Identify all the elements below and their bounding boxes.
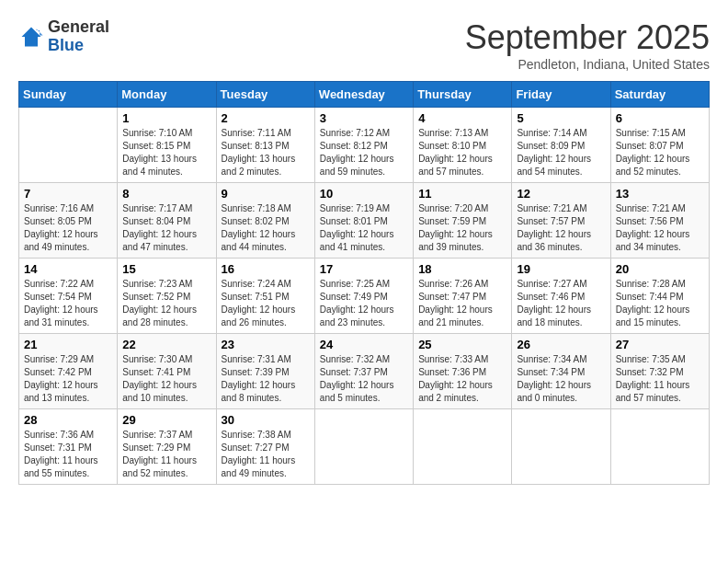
day-number: 2 bbox=[222, 111, 310, 125]
day-number: 10 bbox=[320, 187, 408, 201]
day-number: 23 bbox=[222, 338, 310, 351]
calendar-cell: 21Sunrise: 7:29 AMSunset: 7:42 PMDayligh… bbox=[19, 334, 118, 409]
day-info: Sunrise: 7:13 AMSunset: 8:10 PMDaylight:… bbox=[418, 127, 506, 178]
day-info: Sunrise: 7:36 AMSunset: 7:31 PMDaylight:… bbox=[24, 429, 112, 480]
weekday-header-wednesday: Wednesday bbox=[314, 82, 413, 108]
day-number: 14 bbox=[24, 262, 112, 276]
day-number: 3 bbox=[320, 111, 408, 125]
day-info: Sunrise: 7:16 AMSunset: 8:05 PMDaylight:… bbox=[24, 202, 112, 254]
day-info: Sunrise: 7:34 AMSunset: 7:34 PMDaylight:… bbox=[517, 353, 605, 405]
svg-marker-0 bbox=[22, 27, 41, 46]
calendar-cell: 4Sunrise: 7:13 AMSunset: 8:10 PMDaylight… bbox=[414, 108, 512, 183]
calendar-body: 1Sunrise: 7:10 AMSunset: 8:15 PMDaylight… bbox=[19, 108, 710, 485]
logo: General Blue bbox=[18, 18, 109, 55]
day-info: Sunrise: 7:11 AMSunset: 8:13 PMDaylight:… bbox=[222, 127, 310, 178]
calendar-week-5: 28Sunrise: 7:36 AMSunset: 7:31 PMDayligh… bbox=[19, 409, 710, 485]
day-info: Sunrise: 7:37 AMSunset: 7:29 PMDaylight:… bbox=[122, 429, 210, 480]
day-number: 17 bbox=[320, 262, 408, 276]
calendar-cell: 20Sunrise: 7:28 AMSunset: 7:44 PMDayligh… bbox=[610, 259, 709, 334]
calendar-week-3: 14Sunrise: 7:22 AMSunset: 7:54 PMDayligh… bbox=[19, 259, 710, 334]
day-number: 7 bbox=[24, 187, 112, 201]
weekday-header-sunday: Sunday bbox=[19, 82, 118, 108]
day-info: Sunrise: 7:23 AMSunset: 7:52 PMDaylight:… bbox=[122, 278, 210, 329]
day-info: Sunrise: 7:27 AMSunset: 7:46 PMDaylight:… bbox=[517, 278, 605, 329]
day-info: Sunrise: 7:12 AMSunset: 8:12 PMDaylight:… bbox=[320, 127, 408, 178]
day-number: 9 bbox=[222, 187, 310, 201]
calendar-cell: 3Sunrise: 7:12 AMSunset: 8:12 PMDaylight… bbox=[314, 108, 413, 183]
day-number: 15 bbox=[122, 262, 210, 276]
calendar-cell: 26Sunrise: 7:34 AMSunset: 7:34 PMDayligh… bbox=[512, 334, 610, 409]
calendar-cell: 30Sunrise: 7:38 AMSunset: 7:27 PMDayligh… bbox=[216, 409, 314, 485]
day-number: 13 bbox=[616, 187, 704, 201]
calendar-cell: 5Sunrise: 7:14 AMSunset: 8:09 PMDaylight… bbox=[512, 108, 610, 183]
logo-line1: General bbox=[48, 18, 109, 37]
calendar-week-1: 1Sunrise: 7:10 AMSunset: 8:15 PMDaylight… bbox=[19, 108, 710, 183]
day-info: Sunrise: 7:22 AMSunset: 7:54 PMDaylight:… bbox=[24, 278, 112, 329]
calendar-table: SundayMondayTuesdayWednesdayThursdayFrid… bbox=[18, 81, 710, 485]
calendar-cell: 2Sunrise: 7:11 AMSunset: 8:13 PMDaylight… bbox=[216, 108, 314, 183]
day-info: Sunrise: 7:26 AMSunset: 7:47 PMDaylight:… bbox=[418, 278, 506, 329]
calendar-cell: 9Sunrise: 7:18 AMSunset: 8:02 PMDaylight… bbox=[216, 183, 314, 259]
day-info: Sunrise: 7:28 AMSunset: 7:44 PMDaylight:… bbox=[616, 278, 704, 329]
title-block: September 2025 Pendleton, Indiana, Unite… bbox=[465, 18, 710, 72]
calendar-cell: 18Sunrise: 7:26 AMSunset: 7:47 PMDayligh… bbox=[414, 259, 512, 334]
calendar-cell: 19Sunrise: 7:27 AMSunset: 7:46 PMDayligh… bbox=[512, 259, 610, 334]
calendar-cell: 24Sunrise: 7:32 AMSunset: 7:37 PMDayligh… bbox=[314, 334, 413, 409]
day-info: Sunrise: 7:17 AMSunset: 8:04 PMDaylight:… bbox=[122, 202, 210, 254]
day-number: 24 bbox=[320, 338, 408, 351]
day-number: 25 bbox=[418, 338, 506, 351]
day-info: Sunrise: 7:29 AMSunset: 7:42 PMDaylight:… bbox=[24, 353, 112, 405]
day-info: Sunrise: 7:35 AMSunset: 7:32 PMDaylight:… bbox=[616, 353, 704, 405]
calendar-cell bbox=[314, 409, 413, 485]
day-number: 11 bbox=[418, 187, 506, 201]
calendar-cell: 11Sunrise: 7:20 AMSunset: 7:59 PMDayligh… bbox=[414, 183, 512, 259]
logo-icon bbox=[18, 24, 44, 50]
calendar-cell: 12Sunrise: 7:21 AMSunset: 7:57 PMDayligh… bbox=[512, 183, 610, 259]
day-number: 21 bbox=[24, 338, 112, 351]
calendar-cell bbox=[414, 409, 512, 485]
day-info: Sunrise: 7:38 AMSunset: 7:27 PMDaylight:… bbox=[222, 429, 310, 480]
calendar-cell bbox=[512, 409, 610, 485]
calendar-cell bbox=[610, 409, 709, 485]
calendar-cell: 1Sunrise: 7:10 AMSunset: 8:15 PMDaylight… bbox=[118, 108, 216, 183]
day-info: Sunrise: 7:21 AMSunset: 7:56 PMDaylight:… bbox=[616, 202, 704, 254]
weekday-header-saturday: Saturday bbox=[610, 82, 709, 108]
day-info: Sunrise: 7:31 AMSunset: 7:39 PMDaylight:… bbox=[222, 353, 310, 405]
weekday-header-thursday: Thursday bbox=[414, 82, 512, 108]
day-info: Sunrise: 7:20 AMSunset: 7:59 PMDaylight:… bbox=[418, 202, 506, 254]
calendar-week-4: 21Sunrise: 7:29 AMSunset: 7:42 PMDayligh… bbox=[19, 334, 710, 409]
logo-line2: Blue bbox=[48, 37, 109, 55]
page-header: General Blue September 2025 Pendleton, I… bbox=[18, 18, 710, 72]
day-number: 8 bbox=[122, 187, 210, 201]
day-info: Sunrise: 7:24 AMSunset: 7:51 PMDaylight:… bbox=[222, 278, 310, 329]
day-info: Sunrise: 7:25 AMSunset: 7:49 PMDaylight:… bbox=[320, 278, 408, 329]
day-number: 27 bbox=[616, 338, 704, 351]
day-info: Sunrise: 7:30 AMSunset: 7:41 PMDaylight:… bbox=[122, 353, 210, 405]
calendar-cell: 10Sunrise: 7:19 AMSunset: 8:01 PMDayligh… bbox=[314, 183, 413, 259]
day-number: 6 bbox=[616, 111, 704, 125]
calendar-cell: 22Sunrise: 7:30 AMSunset: 7:41 PMDayligh… bbox=[118, 334, 216, 409]
calendar-cell: 8Sunrise: 7:17 AMSunset: 8:04 PMDaylight… bbox=[118, 183, 216, 259]
day-info: Sunrise: 7:10 AMSunset: 8:15 PMDaylight:… bbox=[122, 127, 210, 178]
day-number: 16 bbox=[222, 262, 310, 276]
calendar-week-2: 7Sunrise: 7:16 AMSunset: 8:05 PMDaylight… bbox=[19, 183, 710, 259]
calendar-cell: 27Sunrise: 7:35 AMSunset: 7:32 PMDayligh… bbox=[610, 334, 709, 409]
month-title: September 2025 bbox=[465, 18, 710, 57]
weekday-header-friday: Friday bbox=[512, 82, 610, 108]
day-number: 18 bbox=[418, 262, 506, 276]
day-number: 28 bbox=[24, 413, 112, 427]
calendar-cell: 15Sunrise: 7:23 AMSunset: 7:52 PMDayligh… bbox=[118, 259, 216, 334]
day-info: Sunrise: 7:15 AMSunset: 8:07 PMDaylight:… bbox=[616, 127, 704, 178]
location: Pendleton, Indiana, United States bbox=[465, 57, 710, 72]
weekday-header-tuesday: Tuesday bbox=[216, 82, 314, 108]
weekday-header-monday: Monday bbox=[118, 82, 216, 108]
day-number: 22 bbox=[122, 338, 210, 351]
day-info: Sunrise: 7:33 AMSunset: 7:36 PMDaylight:… bbox=[418, 353, 506, 405]
calendar-cell: 25Sunrise: 7:33 AMSunset: 7:36 PMDayligh… bbox=[414, 334, 512, 409]
calendar-cell: 23Sunrise: 7:31 AMSunset: 7:39 PMDayligh… bbox=[216, 334, 314, 409]
day-info: Sunrise: 7:21 AMSunset: 7:57 PMDaylight:… bbox=[517, 202, 605, 254]
day-number: 5 bbox=[517, 111, 605, 125]
day-number: 1 bbox=[122, 111, 210, 125]
day-number: 20 bbox=[616, 262, 704, 276]
day-number: 29 bbox=[122, 413, 210, 427]
